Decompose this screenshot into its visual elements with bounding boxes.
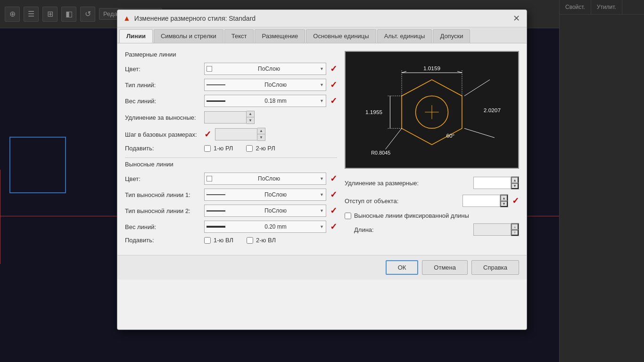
baseline-input[interactable]: 10.0000 bbox=[215, 128, 257, 140]
length-decrement-button[interactable]: ▼ bbox=[511, 230, 519, 236]
tab-placement[interactable]: Размещение bbox=[255, 29, 305, 43]
cancel-button[interactable]: Отмена bbox=[422, 260, 468, 275]
length-increment-button[interactable]: ▲ bbox=[511, 223, 519, 230]
length-row: Длина: 1.0000 ▲ ▼ bbox=[345, 223, 519, 236]
linetype-row: Тип линий: ПоСлою ▼ ✓ bbox=[125, 79, 337, 91]
ext-linetype2-dropdown-arrow: ▼ bbox=[320, 208, 324, 213]
ext-suppress1-wrapper: 1-ю ВЛ bbox=[204, 237, 233, 244]
right-extend-increment-button[interactable]: ▲ bbox=[511, 177, 519, 183]
ext-color-select-wrapper: ПоСлою ▼ bbox=[204, 173, 326, 185]
extend-increment-button[interactable]: ▲ bbox=[247, 111, 254, 117]
length-label: Длина: bbox=[345, 226, 470, 233]
ext-color-checkmark: ✓ bbox=[330, 173, 337, 184]
ext-suppress1-checkbox[interactable] bbox=[204, 237, 211, 244]
length-input[interactable]: 1.0000 bbox=[473, 223, 511, 236]
warning-icon: ▲ bbox=[123, 14, 131, 23]
suppress2-checkbox[interactable] bbox=[246, 145, 253, 152]
ext-color-row: Цвет: ПоСлою ▼ ✓ bbox=[125, 173, 337, 185]
color-dropdown-arrow: ▼ bbox=[320, 66, 324, 71]
fixed-length-wrapper: Выносные линии фиксированной длины bbox=[345, 212, 469, 219]
ext-suppress1-label: 1-ю ВЛ bbox=[214, 237, 233, 244]
color-checkbox-icon bbox=[206, 66, 212, 72]
linetype-select[interactable]: ПоСлою ▼ bbox=[204, 79, 326, 91]
dimension-preview: 1.0159 1.1955 2.0207 60° bbox=[345, 51, 519, 169]
svg-text:1.1955: 1.1955 bbox=[365, 109, 383, 115]
right-extend-decrement-button[interactable]: ▼ bbox=[511, 183, 519, 189]
ext-lineweight-select-value: 0.20 mm bbox=[227, 223, 324, 230]
ext-lineweight-checkmark: ✓ bbox=[330, 222, 337, 232]
ext-linetype2-select[interactable]: ПоСлою ▼ bbox=[204, 205, 326, 217]
right-offset-increment-button[interactable]: ▲ bbox=[500, 195, 508, 201]
right-extend-input[interactable]: 0.1800 bbox=[473, 177, 511, 189]
length-spinner-buttons: ▲ ▼ bbox=[511, 223, 519, 236]
lineweight-row: Вес линий: 0.18 mm ▼ ✓ bbox=[125, 95, 337, 107]
tab-text[interactable]: Текст bbox=[224, 29, 254, 43]
ext-color-select[interactable]: ПоСлою ▼ bbox=[204, 173, 326, 185]
right-extend-label: Удлинение за размерные: bbox=[345, 180, 470, 187]
lineweight-line-icon bbox=[206, 100, 225, 102]
ext-color-dropdown-arrow: ▼ bbox=[320, 176, 324, 181]
tab-tolerances[interactable]: Допуски bbox=[433, 29, 470, 43]
right-offset-decrement-button[interactable]: ▼ bbox=[500, 201, 508, 207]
tab-lines[interactable]: Линии bbox=[119, 29, 153, 43]
baseline-spinner: 10.0000 ▲ ▼ bbox=[215, 128, 265, 141]
ext-color-select-value: ПоСлою bbox=[214, 175, 324, 182]
extend-spinner: 0.0000 ▲ ▼ bbox=[204, 111, 255, 124]
right-extend-row: Удлинение за размерные: 0.1800 ▲ ▼ bbox=[345, 176, 519, 189]
ext-linetype2-select-wrapper: ПоСлою ▼ bbox=[204, 205, 326, 217]
modal-title-text: Изменение размерного стиля: Standard bbox=[134, 15, 256, 22]
ext-suppress2-wrapper: 2-ю ВЛ bbox=[247, 237, 276, 244]
modal-overlay: ▲ Изменение размерного стиля: Standard ✕… bbox=[0, 0, 644, 362]
right-offset-row: Отступ от объекта: 0.0000 ▲ ▼ ✓ bbox=[345, 194, 519, 207]
lineweight-checkmark: ✓ bbox=[330, 96, 337, 106]
modal-left-column: Размерные линии Цвет: ПоСлою ▼ ✓ bbox=[125, 51, 337, 247]
ext-linetype1-label: Тип выносной линии 1: bbox=[125, 191, 200, 198]
tab-alt-units[interactable]: Альт. единицы bbox=[377, 29, 432, 43]
extend-spinner-buttons: ▲ ▼ bbox=[247, 111, 255, 124]
ext-linetype1-row: Тип выносной линии 1: ПоСлою ▼ ✓ bbox=[125, 189, 337, 201]
color-checkmark: ✓ bbox=[330, 64, 337, 74]
ext-linetype1-select[interactable]: ПоСлою ▼ bbox=[204, 189, 326, 201]
ext-lineweight-label: Вес линий: bbox=[125, 223, 200, 230]
extend-input[interactable]: 0.0000 bbox=[204, 111, 247, 123]
fixed-length-label: Выносные линии фиксированной длины bbox=[354, 212, 469, 219]
suppress-row: Подавить: 1-ю РЛ 2-ю РЛ bbox=[125, 145, 337, 152]
baseline-row: Шаг в базовых размерах: ✓ 10.0000 ▲ ▼ bbox=[125, 128, 337, 141]
linetype-checkmark: ✓ bbox=[330, 80, 337, 90]
modal-right-column: 1.0159 1.1955 2.0207 60° bbox=[345, 51, 519, 247]
baseline-checkmark: ✓ bbox=[204, 129, 211, 140]
ext-color-label: Цвет: bbox=[125, 175, 200, 182]
right-offset-checkmark: ✓ bbox=[512, 196, 519, 206]
extend-decrement-button[interactable]: ▼ bbox=[247, 117, 254, 123]
linetype-line-icon bbox=[206, 84, 225, 85]
preview-svg: 1.0159 1.1955 2.0207 60° bbox=[346, 52, 518, 168]
baseline-spinner-buttons: ▲ ▼ bbox=[257, 128, 265, 141]
right-offset-label: Отступ от объекта: bbox=[345, 197, 459, 205]
help-button[interactable]: Справка bbox=[471, 260, 519, 275]
ext-lines-section-label: Выносные линии bbox=[125, 161, 337, 168]
color-select-value: ПоСлою bbox=[214, 66, 324, 72]
tab-primary-units[interactable]: Основные единицы bbox=[306, 29, 376, 43]
ext-suppress2-label: 2-ю ВЛ bbox=[256, 237, 276, 244]
extend-row: Удлинение за выносные: 0.0000 ▲ ▼ bbox=[125, 111, 337, 124]
svg-text:60°: 60° bbox=[446, 132, 454, 139]
right-offset-input[interactable]: 0.0000 bbox=[462, 195, 500, 207]
ok-button[interactable]: ОК bbox=[386, 260, 419, 275]
tab-symbols-arrows[interactable]: Символы и стрелки bbox=[154, 29, 223, 43]
close-button[interactable]: ✕ bbox=[512, 14, 521, 23]
color-select[interactable]: ПоСлою ▼ bbox=[204, 63, 326, 75]
fixed-length-checkbox[interactable] bbox=[345, 213, 351, 219]
ext-suppress2-checkbox[interactable] bbox=[247, 237, 253, 244]
ext-suppress-row: Подавить: 1-ю ВЛ 2-ю ВЛ bbox=[125, 237, 337, 244]
right-extend-spinner-buttons: ▲ ▼ bbox=[511, 176, 519, 189]
ext-linetype1-select-value: ПоСлою bbox=[227, 191, 324, 198]
suppress1-checkbox[interactable] bbox=[204, 145, 211, 152]
baseline-label: Шаг в базовых размерах: bbox=[125, 131, 200, 138]
ext-lineweight-select[interactable]: 0.20 mm ▼ bbox=[204, 221, 326, 233]
lineweight-select[interactable]: 0.18 mm ▼ bbox=[204, 95, 326, 107]
suppress2-label: 2-ю РЛ bbox=[256, 145, 275, 152]
color-select-wrapper: ПоСлою ▼ bbox=[204, 63, 326, 75]
svg-text:2.0207: 2.0207 bbox=[484, 107, 501, 114]
baseline-decrement-button[interactable]: ▼ bbox=[257, 134, 265, 140]
baseline-increment-button[interactable]: ▲ bbox=[257, 128, 265, 134]
